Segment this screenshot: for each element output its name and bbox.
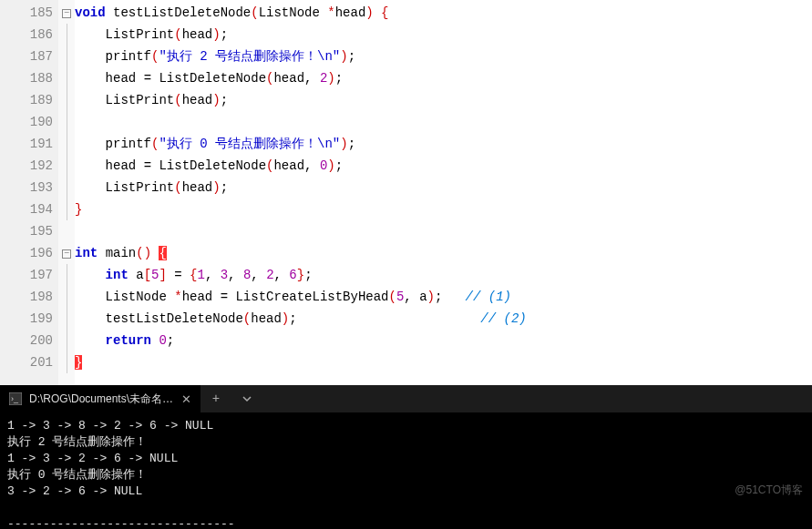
terminal-line: 执行 0 号结点删除操作！ [7, 467, 805, 483]
line-number: 186 [13, 24, 58, 46]
code-line[interactable]: printf("执行 2 号结点删除操作！\n"); [75, 46, 812, 67]
code-line[interactable]: testListDeleteNode(head); // (2) [75, 308, 812, 330]
terminal-line: 3 -> 2 -> 6 -> NULL [7, 483, 805, 500]
watermark: @51CTO博客 [735, 483, 803, 498]
fold-marker[interactable]: − [58, 2, 75, 24]
fold-marker [58, 89, 75, 111]
fold-marker [58, 264, 75, 286]
fold-marker[interactable]: − [58, 242, 75, 264]
line-number: 200 [13, 330, 58, 351]
line-number: 196 [13, 242, 58, 264]
line-number: 199 [13, 308, 58, 330]
code-line[interactable]: ListPrint(head); [75, 177, 812, 198]
fold-marker [58, 286, 75, 308]
line-number: 197 [13, 264, 58, 286]
fold-marker [58, 177, 75, 198]
close-icon[interactable]: ✕ [181, 392, 191, 406]
code-line[interactable]: int a[5] = {1, 3, 8, 2, 6}; [75, 264, 812, 286]
terminal-tab-title: D:\ROG\Documents\未命名1.e [29, 392, 174, 407]
line-number: 190 [13, 111, 58, 133]
fold-collapse-icon[interactable]: − [62, 9, 71, 18]
line-number: 198 [13, 286, 58, 308]
terminal-output[interactable]: 1 -> 3 -> 8 -> 2 -> 6 -> NULL执行 2 号结点删除操… [0, 412, 812, 529]
code-editor[interactable]: 1851861871881891901911921931941951961971… [0, 0, 812, 386]
code-line[interactable]: int main() { [75, 242, 812, 264]
terminal-line [7, 500, 805, 516]
code-line[interactable]: } [75, 198, 812, 220]
fold-collapse-icon[interactable]: − [62, 249, 71, 259]
fold-marker [58, 308, 75, 330]
fold-marker [58, 155, 75, 177]
fold-marker [58, 330, 75, 351]
code-line[interactable]: return 0; [75, 330, 812, 351]
line-number: 185 [13, 2, 58, 24]
fold-marker [58, 351, 75, 373]
terminal-tab-bar: ›_ D:\ROG\Documents\未命名1.e ✕ + [0, 385, 812, 412]
code-line[interactable]: ListPrint(head); [75, 89, 812, 111]
line-number: 192 [13, 155, 58, 177]
code-line[interactable] [75, 220, 812, 242]
line-number: 195 [13, 220, 58, 242]
svg-text:›_: ›_ [11, 394, 19, 403]
code-line[interactable]: ListPrint(head); [75, 24, 812, 46]
line-number: 191 [13, 133, 58, 155]
terminal-line: 执行 2 号结点删除操作！ [7, 434, 805, 451]
line-number-gutter: 1851861871881891901911921931941951961971… [13, 0, 58, 386]
fold-column[interactable]: −− [58, 0, 75, 386]
cmd-icon: ›_ [9, 392, 22, 405]
line-number: 193 [13, 177, 58, 198]
code-line[interactable]: head = ListDeleteNode(head, 0); [75, 155, 812, 177]
code-content[interactable]: void testListDeleteNode(ListNode *head) … [75, 0, 812, 386]
fold-marker [58, 46, 75, 67]
tab-dropdown-icon[interactable] [231, 385, 262, 412]
code-line[interactable]: printf("执行 0 号结点删除操作！\n"); [75, 133, 812, 155]
line-number: 187 [13, 46, 58, 67]
code-line[interactable]: ListNode *head = ListCreateListByHead(5,… [75, 286, 812, 308]
fold-marker [58, 133, 75, 155]
line-number: 194 [13, 198, 58, 220]
terminal-panel: ›_ D:\ROG\Documents\未命名1.e ✕ + 1 -> 3 ->… [0, 385, 812, 529]
code-line[interactable]: head = ListDeleteNode(head, 2); [75, 67, 812, 89]
fold-marker [58, 198, 75, 220]
editor-left-margin [0, 0, 13, 386]
fold-marker [58, 220, 75, 242]
new-tab-button[interactable]: + [200, 385, 231, 412]
terminal-line: -------------------------------- [7, 516, 805, 529]
line-number: 188 [13, 67, 58, 89]
code-line[interactable]: } [75, 351, 812, 373]
terminal-line: 1 -> 3 -> 2 -> 6 -> NULL [7, 451, 805, 467]
fold-marker [58, 67, 75, 89]
fold-marker [58, 24, 75, 46]
code-line[interactable] [75, 111, 812, 133]
terminal-line: 1 -> 3 -> 8 -> 2 -> 6 -> NULL [7, 418, 805, 434]
line-number: 189 [13, 89, 58, 111]
code-line[interactable]: void testListDeleteNode(ListNode *head) … [75, 2, 812, 24]
line-number: 201 [13, 351, 58, 373]
terminal-tab[interactable]: ›_ D:\ROG\Documents\未命名1.e ✕ [0, 385, 200, 412]
fold-marker [58, 111, 75, 133]
